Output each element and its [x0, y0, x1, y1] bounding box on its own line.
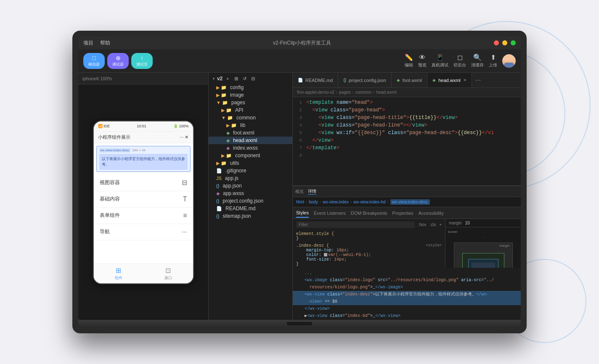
background-btn[interactable]: ◻ 切后台: [453, 53, 466, 68]
menu-project[interactable]: 项目: [83, 40, 93, 47]
phone-list-item[interactable]: 表单组件≡: [94, 208, 193, 224]
file-icon: ▶ 📁: [226, 123, 237, 128]
file-tree-item-API[interactable]: ▶ 📁API: [209, 106, 292, 114]
file-tree-item-lib[interactable]: ▶ 📁lib: [209, 121, 292, 129]
file-tree-item-app-wxss[interactable]: ◈ app.wxss: [209, 190, 292, 197]
tab-config[interactable]: {} project.config.json: [338, 73, 391, 88]
tab-close-icon[interactable]: ✕: [463, 78, 466, 82]
tab-head[interactable]: ◈ head.wxml ✕: [427, 73, 472, 88]
elem-html[interactable]: html: [296, 200, 304, 204]
file-icon: JS: [216, 176, 222, 181]
tab-properties[interactable]: Properties: [392, 209, 413, 217]
elem-wx-view-hd[interactable]: wx-view.index-hd: [353, 200, 385, 204]
file-icon: 📄: [216, 168, 222, 174]
file-icon: ▶ 📁: [221, 153, 232, 158]
source-line-3: resources/kind/logo.png">_</wx-image>: [293, 284, 521, 291]
file-tree-item--gitignore[interactable]: 📄 .gitignore: [209, 167, 292, 174]
preview-panel: iphone6 100% 📶 IDE 10:01 🔋 100% 小程序组件展示: [78, 73, 209, 320]
debugger-btn[interactable]: ⊕ 调试器: [107, 53, 129, 69]
box-model: margin 240 × 44: [454, 243, 513, 268]
element-breadcrumb: html › body › wx-view.index › wx-view.in…: [293, 197, 521, 207]
root-chevron: [212, 77, 215, 81]
phone-container: 📶 IDE 10:01 🔋 100% 小程序组件展示 ··· ✕: [78, 84, 208, 320]
file-name: API: [235, 107, 243, 113]
upload-btn[interactable]: ⬆ 上传: [489, 53, 497, 68]
elem-body[interactable]: body: [309, 200, 318, 204]
inspector-subtabs: 概览 详情: [293, 186, 521, 197]
code-line-1: 1 <template name="head">: [293, 99, 521, 106]
clear-cache-btn[interactable]: 🔍 清缓存: [471, 53, 484, 68]
tab-dom-breakpoints[interactable]: DOM Breakpoints: [351, 209, 387, 217]
file-tree-item-component[interactable]: ▶ 📁component: [209, 152, 292, 159]
max-btn[interactable]: [511, 40, 516, 45]
min-btn[interactable]: [502, 40, 507, 45]
device-label: 真机调试: [432, 62, 448, 68]
file-tree-item-config[interactable]: ▶ 📁config: [209, 84, 292, 91]
source-line-7: ▶<wx-view class="index-bd">_</wx-view>: [293, 312, 521, 319]
phone-more-icon[interactable]: ··· ✕: [180, 135, 188, 140]
tab-more-btn[interactable]: ···: [472, 76, 484, 84]
file-tree-item-project-config-json[interactable]: {} project.config.json: [209, 197, 292, 205]
new-file-icon[interactable]: +: [224, 75, 231, 82]
file-name: app.json: [223, 183, 241, 189]
cls-btn[interactable]: .cls: [429, 222, 436, 227]
file-tree-item-utils[interactable]: ▶ 📁utils: [209, 159, 292, 167]
styles-filter-input[interactable]: [296, 222, 415, 228]
edit-btn[interactable]: ✏️ 编辑: [405, 53, 413, 68]
elem-wx-view-index[interactable]: wx-view.index: [323, 200, 349, 204]
file-tree-item-app-js[interactable]: JS app.js: [209, 174, 292, 182]
test-btn[interactable]: ↑ 测试页: [131, 53, 153, 69]
tab-foot-icon: ◈: [397, 78, 400, 82]
phone-list-item[interactable]: 视图容器⊟: [94, 174, 193, 191]
tab-accessibility[interactable]: Accessibility: [419, 209, 444, 217]
file-tree-item-app-json[interactable]: {} app.json: [209, 182, 292, 190]
close-btn[interactable]: [494, 40, 499, 45]
file-tree-item-foot-wxml[interactable]: ◈ foot.wxml: [209, 129, 292, 137]
plus-btn[interactable]: +: [439, 222, 442, 227]
editor-panel: 📄 README.md {} project.config.json ◈ foo…: [293, 73, 521, 320]
code-editor[interactable]: 1 <template name="head"> 2 <view class="…: [293, 97, 521, 185]
file-tree-item-pages[interactable]: ▼ 📁pages: [209, 99, 292, 106]
file-icon: ◈: [216, 191, 220, 196]
nav-api-label: 接口: [164, 275, 172, 281]
file-name: head.wxml: [233, 137, 257, 143]
file-tree-item-index-wxss[interactable]: ◈ index.wxss: [209, 144, 292, 152]
preview-btn[interactable]: 👁 预览: [418, 54, 427, 68]
new-folder-icon[interactable]: ⊞: [233, 75, 239, 82]
collapse-icon[interactable]: ⊟: [249, 75, 256, 82]
file-tree-item-image[interactable]: ▶ 📁image: [209, 91, 292, 99]
main-content: iphone6 100% 📶 IDE 10:01 🔋 100% 小程序组件展示: [78, 73, 521, 320]
simulator-btn[interactable]: □ 模拟器: [83, 53, 105, 69]
file-name: utils: [230, 160, 239, 166]
file-icon: {}: [216, 214, 219, 219]
edit-icon: ✏️: [405, 53, 413, 61]
breadcrumb-item-0: fino-applet-demo-v2: [297, 90, 334, 95]
tab-event-listeners[interactable]: Event Listeners: [314, 209, 346, 217]
nav-api[interactable]: ⊡ 接口: [143, 264, 193, 283]
device-info: iphone6 100%: [82, 76, 112, 81]
device-debug-btn[interactable]: 📱 真机调试: [432, 53, 448, 68]
file-tree-item-head-wxml[interactable]: ◈ head.wxml: [209, 137, 292, 144]
tab-readme[interactable]: 📄 README.md: [293, 73, 338, 88]
tab-foot[interactable]: ◈ foot.wxml: [392, 73, 427, 88]
file-tree-item-sitemap-json[interactable]: {} sitemap.json: [209, 212, 292, 220]
tab-readme-label: README.md: [305, 78, 333, 83]
hov-btn[interactable]: :hov: [418, 222, 426, 227]
subtab-overview[interactable]: 概览: [295, 189, 304, 195]
file-tree-item-common[interactable]: ▼ 📁common: [209, 114, 292, 121]
elem-wx-view-desc[interactable]: wx-view.index-desc: [390, 199, 430, 205]
tab-foot-label: foot.wxml: [403, 78, 422, 83]
tab-styles[interactable]: Styles: [296, 208, 309, 218]
css-rule-element-style: element.style { }: [296, 232, 442, 241]
tab-bar: 📄 README.md {} project.config.json ◈ foo…: [293, 73, 521, 88]
phone-list-item[interactable]: 基础内容T: [94, 191, 193, 208]
phone-list-item[interactable]: 导航···: [94, 224, 193, 240]
file-name: component: [235, 153, 260, 158]
nav-component[interactable]: ⊞ 组件: [94, 264, 143, 283]
user-avatar[interactable]: [502, 54, 516, 68]
menu-help[interactable]: 帮助: [100, 40, 110, 47]
file-tree-item-README-md[interactable]: 📄 README.md: [209, 205, 292, 212]
refresh-icon[interactable]: ↺: [241, 75, 248, 82]
code-line-8: 8: [293, 152, 521, 159]
subtab-details[interactable]: 详情: [308, 188, 316, 195]
